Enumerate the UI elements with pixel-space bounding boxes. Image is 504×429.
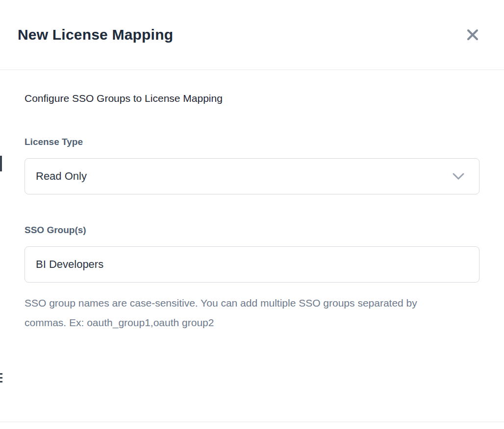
- background-menu-line-icon: [0, 377, 2, 379]
- sso-groups-help-text: SSO group names are case-sensitive. You …: [25, 293, 456, 333]
- page-background: New License Mapping Configure SSO Groups…: [0, 0, 504, 429]
- modal-title: New License Mapping: [18, 26, 173, 43]
- modal-body: Configure SSO Groups to License Mapping …: [0, 93, 504, 333]
- chevron-down-icon: [453, 173, 464, 180]
- modal-description: Configure SSO Groups to License Mapping: [25, 93, 479, 104]
- license-type-selected-value: Read Only: [36, 170, 87, 183]
- modal-header: New License Mapping: [0, 0, 504, 70]
- background-menu-line-icon: [0, 373, 2, 375]
- background-artifact: [0, 156, 2, 171]
- close-icon: [466, 28, 479, 42]
- license-type-label: License Type: [25, 137, 479, 147]
- close-button[interactable]: [463, 25, 482, 45]
- background-menu-line-icon: [0, 381, 2, 382]
- sso-groups-input[interactable]: [25, 246, 479, 283]
- license-type-select[interactable]: Read Only: [25, 158, 479, 194]
- new-license-mapping-modal: New License Mapping Configure SSO Groups…: [0, 0, 504, 422]
- sso-groups-label: SSO Group(s): [25, 225, 479, 236]
